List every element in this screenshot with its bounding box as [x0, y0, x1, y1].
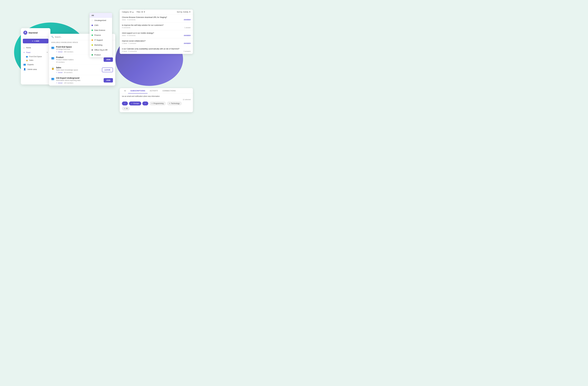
- question-item-2[interactable]: mind support us in our mobile strategy? …: [120, 30, 193, 38]
- sidebar-experts-label: Experts: [27, 63, 34, 66]
- question-item-0[interactable]: Chrome Browser Extension download URL fo…: [120, 15, 193, 22]
- subs-tag-selected-1[interactable]: ✓: [122, 102, 128, 105]
- ks-sales-desc: Sales team knowledge space: [56, 69, 100, 71]
- feed-add-icon[interactable]: +: [47, 51, 48, 54]
- tab-subscriptions[interactable]: SUBSCRIPTIONS: [128, 88, 147, 93]
- check-icon: ✓: [56, 51, 57, 53]
- question-item-3[interactable]: improve social collaboration? 2 views · …: [120, 38, 193, 46]
- ks-frontend-joined: Joined: [58, 51, 62, 53]
- ks-sales-joined: Joined: [58, 72, 62, 73]
- sidebar-item-admin[interactable]: 👤 Admin area: [21, 67, 50, 72]
- sidebar-sub-sales[interactable]: 🔒 Sales: [21, 59, 50, 62]
- filter-btn[interactable]: Filter: All ▼: [137, 11, 145, 13]
- sidebar-item-home[interactable]: ⌂ Home: [21, 45, 50, 50]
- cat-dot-itsupport: [91, 40, 93, 41]
- cat-item-finance[interactable]: Finance: [89, 33, 112, 38]
- ks-sales-name: Sales: [56, 66, 100, 69]
- subs-tag-technology[interactable]: + Technology: [167, 102, 182, 105]
- sales-lock-icon: 🔒: [26, 59, 28, 61]
- q-meta-text-1: 0 comments: [122, 27, 130, 28]
- ks-sales-info: Sales Sales team knowledge space ✓ Joine…: [56, 66, 100, 73]
- category-chevron-icon: ▲: [132, 11, 134, 13]
- subscriptions-panel: IS SUBSCRIPTIONS ACTIVITY CONNECTIONS iv…: [120, 88, 193, 112]
- category-filter-btn[interactable]: Category: All ▲: [122, 11, 134, 13]
- subs-tag-ai[interactable]: + AI: [122, 107, 130, 110]
- ks-item-cgi: 👥 CGI Export Underground Information abo…: [49, 75, 115, 86]
- cat-dot-officeorg: [91, 49, 93, 51]
- programming-label: Programming: [153, 102, 164, 104]
- product-join-button[interactable]: JOIN: [104, 58, 113, 62]
- ks-cgi-name: CGI Export Underground: [56, 77, 102, 79]
- sort-btn[interactable]: Sort by: Activity ▼: [177, 11, 191, 13]
- cat-item-itsupport[interactable]: IT Support: [89, 38, 112, 42]
- chevron-icon: ▼: [23, 52, 25, 53]
- logo-icon: [23, 31, 27, 35]
- tab-activity[interactable]: ACTIVITY: [147, 88, 160, 93]
- q-meta-2: views · 0 comments ANSWER: [122, 35, 191, 36]
- cat-item-marketing[interactable]: Marketing: [89, 42, 112, 47]
- tab-subscriptions-label: SUBSCRIPTIONS: [130, 90, 145, 92]
- q-answer-4: 2 answers: [184, 50, 191, 52]
- ks-sales-status: ✓ Joined · 28 members: [56, 72, 100, 73]
- app-name: Starmind: [28, 32, 38, 34]
- cat-finance-label: Finance: [94, 34, 101, 36]
- ask-label: + ASK: [34, 40, 39, 42]
- check-selected-icon: ✓: [124, 102, 126, 104]
- frontend-group-icon: 👥: [26, 56, 28, 58]
- experts-icon: 👥: [23, 63, 26, 66]
- cat-product-label: Product: [94, 54, 101, 56]
- cat-item-all[interactable]: All: [89, 13, 112, 18]
- cat-dot-marketing: [91, 44, 93, 46]
- cat-item-datascience[interactable]: Data Science: [89, 28, 112, 33]
- sidebar-panel: Starmind + + ASK ⌂ Home ▼ Feed + 👥 Front…: [21, 28, 50, 84]
- cat-dot-datascience: [91, 30, 93, 31]
- cat-item-officeorg[interactable]: Office Org & HR: [89, 47, 112, 52]
- cat-item-uncategorized[interactable]: Uncategorized: [89, 18, 112, 23]
- subs-tag-selected-2[interactable]: ✓: [142, 102, 148, 105]
- q-meta-4: 4 views · 5 comments 2 answers: [122, 50, 191, 52]
- ai-plus-icon: +: [124, 107, 125, 109]
- ask-button[interactable]: + + ASK: [23, 39, 48, 43]
- sales-leave-button[interactable]: LEAVE: [102, 68, 113, 72]
- sidebar-sub-frontend[interactable]: 👥 Front End Space: [21, 55, 50, 59]
- europe-label: Europe: [133, 102, 139, 104]
- ks-sales-icon: 🔒: [51, 67, 54, 70]
- question-item-4[interactable]: e our Calendar (only availability) autom…: [120, 46, 193, 54]
- programming-plus-icon: +: [152, 102, 153, 104]
- q-title-3: improve social collaboration?: [122, 40, 191, 42]
- ks-product-members: 43 members: [56, 61, 102, 63]
- tab-is[interactable]: IS: [122, 88, 128, 93]
- cat-all-label: All: [91, 14, 94, 17]
- ks-cgi-desc: Information about exporting data: [56, 79, 102, 81]
- cat-datascience-label: Data Science: [94, 29, 105, 31]
- ks-cgi-joined: Joined: [58, 82, 62, 84]
- cat-item-cms[interactable]: CMS: [89, 23, 112, 28]
- ks-cgi-info: CGI Export Underground Information about…: [56, 77, 102, 84]
- sidebar-frontend-label: Front End Space: [29, 56, 42, 58]
- sidebar-item-experts[interactable]: 👥 Experts: [21, 62, 50, 67]
- ask-plus-icon: +: [32, 40, 33, 42]
- cgi-check-icon: ✓: [56, 82, 57, 84]
- subs-tag-europe[interactable]: ✓ Europe: [129, 102, 141, 105]
- ks-cgi-members: · 120 members: [63, 82, 73, 84]
- sidebar-item-feed[interactable]: ▼ Feed: [23, 51, 30, 54]
- sidebar-home-label: Home: [26, 47, 31, 49]
- subs-tabs: IS SUBSCRIPTIONS ACTIVITY CONNECTIONS: [120, 88, 193, 94]
- questions-panel: Category: All ▲ Filter: All ▼ Sort by: A…: [120, 10, 193, 54]
- ks-frontend-icon: 👥: [51, 46, 54, 49]
- search-icon: 🔍: [51, 36, 54, 38]
- cat-cms-label: CMS: [94, 24, 98, 26]
- sidebar-admin-label: Admin area: [27, 68, 37, 70]
- ks-item-sales: 🔒 Sales Sales team knowledge space ✓ Joi…: [49, 65, 115, 75]
- cat-marketing-label: Marketing: [94, 44, 102, 46]
- subs-tag-programming[interactable]: + Programming: [149, 102, 166, 105]
- question-item-1[interactable]: to improve the self-help solution for ou…: [120, 22, 193, 30]
- tab-connections[interactable]: CONNECTIONS: [160, 88, 178, 93]
- technology-label: Technology: [171, 102, 180, 104]
- q-meta-3: 2 views · 1 comment ANSWER: [122, 42, 191, 44]
- cat-item-product[interactable]: Product: [89, 52, 112, 57]
- home-icon: ⌂: [23, 46, 25, 49]
- ks-frontend-members: · 300 members: [63, 51, 73, 53]
- cgi-join-button[interactable]: JOIN: [104, 78, 113, 82]
- q-meta-text-3: 2 views · 1 comment: [122, 42, 136, 44]
